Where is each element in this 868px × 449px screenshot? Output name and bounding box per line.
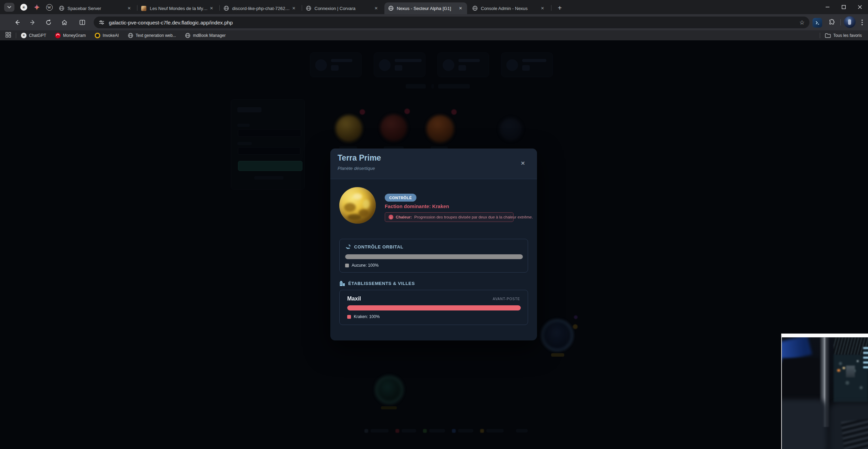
forward-icon bbox=[29, 19, 36, 26]
tab-nexus-active[interactable]: Nexus - Secteur Alpha [G1] ✕ bbox=[384, 2, 467, 14]
tab-close-icon[interactable]: ✕ bbox=[539, 5, 546, 11]
bookmark-label: InvokeAI bbox=[103, 33, 119, 38]
pinned-tab-wordpress[interactable]: W bbox=[43, 3, 55, 12]
bookmark-moneygram[interactable]: MoneyGram bbox=[55, 33, 86, 38]
invokeai-icon bbox=[95, 33, 100, 38]
settlement-progress-bar bbox=[347, 305, 521, 310]
all-bookmarks-button[interactable]: Tous les favoris bbox=[825, 33, 862, 38]
tab-title: Spacebar Server bbox=[68, 6, 126, 11]
planet-thumb-gold bbox=[335, 115, 362, 142]
pip-right-texture bbox=[834, 354, 868, 402]
legend-label: Aucune: 100% bbox=[352, 263, 379, 268]
breadcrumb bbox=[406, 84, 426, 89]
bookmark-chatgpt[interactable]: ✳ ChatGPT bbox=[21, 33, 46, 38]
tab-discord-like-chat[interactable]: discord-like-php-chat-7262.dev ✕ bbox=[220, 2, 300, 14]
bookmarks-bar: ✳ ChatGPT MoneyGram InvokeAI Text genera… bbox=[0, 30, 868, 40]
pinned-tab-gemini[interactable] bbox=[31, 3, 43, 12]
side-panel bbox=[231, 99, 305, 190]
legend-label bbox=[429, 429, 445, 432]
planet-label-gold bbox=[551, 353, 564, 357]
tab-connexion-corvara[interactable]: Connexion | Corvara ✕ bbox=[302, 2, 383, 14]
settlement-name: Maxil bbox=[347, 296, 361, 302]
maximize-icon bbox=[841, 5, 846, 9]
tab-spacebar-server[interactable]: Spacebar Server ✕ bbox=[55, 2, 136, 14]
legend-label: Kraken: 100% bbox=[354, 314, 380, 319]
address-bar[interactable]: galactic-pve-conquest-c7fe.dev.flatlogic… bbox=[94, 17, 809, 28]
tab-search-button[interactable] bbox=[4, 3, 14, 12]
tab-les-neuf-mondes[interactable]: Les Neuf Mondes de la Mythol ✕ bbox=[137, 2, 218, 14]
bookmark-star-icon[interactable]: ☆ bbox=[799, 19, 805, 26]
pip-ceiling-slats bbox=[834, 337, 868, 355]
legend-label bbox=[371, 429, 389, 432]
planet-thumb-maroon bbox=[380, 114, 407, 141]
tab-title: discord-like-php-chat-7262.dev bbox=[232, 6, 291, 11]
home-button[interactable] bbox=[59, 17, 70, 28]
minimize-icon bbox=[825, 5, 830, 9]
planet-details-modal: Terra Prime Planète désertique ✕ CONTRÔL… bbox=[330, 149, 537, 340]
forward-button[interactable] bbox=[27, 17, 39, 28]
close-window-button[interactable] bbox=[852, 0, 868, 14]
bookmark-invokeai[interactable]: InvokeAI bbox=[95, 33, 119, 38]
url-text[interactable]: galactic-pve-conquest-c7fe.dev.flatlogic… bbox=[109, 20, 799, 25]
satellite-dish-icon bbox=[345, 244, 351, 250]
tab-title: Nexus - Secteur Alpha [G1] bbox=[397, 6, 457, 11]
breadcrumb-current bbox=[438, 84, 470, 89]
pip-neon-sign bbox=[863, 347, 868, 371]
modal-header: Terra Prime Planète désertique ✕ bbox=[330, 149, 537, 179]
tab-close-icon[interactable]: ✕ bbox=[291, 5, 297, 11]
legend-dot bbox=[480, 429, 484, 433]
stat-card bbox=[374, 52, 425, 77]
back-button[interactable] bbox=[11, 17, 23, 28]
moon-dot-gold bbox=[573, 324, 578, 329]
pinned-tab-chatgpt[interactable]: ✳ bbox=[18, 3, 30, 12]
pip-video-window[interactable] bbox=[781, 334, 868, 449]
close-icon bbox=[858, 5, 862, 9]
pip-crate bbox=[846, 366, 855, 377]
new-tab-button[interactable]: + bbox=[555, 3, 565, 13]
extension-prompt-button[interactable] bbox=[812, 17, 823, 29]
bookmark-textgen[interactable]: Text generation web... bbox=[128, 33, 176, 38]
folder-icon bbox=[825, 33, 831, 38]
browser-menu-button[interactable] bbox=[856, 17, 868, 28]
planet-alert-badge bbox=[404, 109, 410, 114]
bookmark-label: mdBook Manager bbox=[193, 33, 226, 38]
profile-avatar[interactable] bbox=[844, 16, 856, 28]
legend-dot bbox=[423, 429, 427, 433]
bookmarks-divider bbox=[820, 33, 820, 38]
extension-icon bbox=[813, 18, 822, 28]
page-content: Terra Prime Planète désertique ✕ CONTRÔL… bbox=[0, 40, 868, 449]
browser-window: ✳ W Spacebar Server ✕ Les Neuf Mondes de… bbox=[0, 0, 868, 449]
tab-strip: ✳ W Spacebar Server ✕ Les Neuf Mondes de… bbox=[0, 0, 868, 14]
puzzle-icon bbox=[828, 19, 836, 26]
minimize-button[interactable] bbox=[819, 0, 836, 14]
globe-icon bbox=[128, 33, 133, 38]
apps-grid-icon bbox=[6, 32, 11, 38]
site-settings-icon[interactable] bbox=[99, 19, 105, 25]
stat-card bbox=[437, 52, 489, 77]
tab-close-icon[interactable]: ✕ bbox=[126, 5, 132, 11]
modal-close-button[interactable]: ✕ bbox=[518, 159, 527, 168]
reload-button[interactable] bbox=[43, 17, 54, 28]
planet-label bbox=[381, 406, 397, 409]
side-panel-button[interactable] bbox=[76, 17, 88, 28]
tab-close-icon[interactable]: ✕ bbox=[208, 5, 215, 11]
bookmark-mdbook[interactable]: mdBook Manager bbox=[185, 33, 226, 38]
apps-grid-button[interactable] bbox=[6, 32, 11, 39]
side-panel-icon bbox=[79, 19, 86, 26]
gemini-sparkle-icon bbox=[34, 4, 40, 10]
tab-close-icon[interactable]: ✕ bbox=[457, 5, 464, 11]
globe-icon bbox=[388, 6, 394, 11]
browser-toolbar: galactic-pve-conquest-c7fe.dev.flatlogic… bbox=[0, 14, 868, 30]
wordpress-icon: W bbox=[46, 4, 53, 11]
tab-console-admin[interactable]: Console Admin - Nexus ✕ bbox=[468, 2, 549, 14]
legend-label bbox=[516, 429, 528, 432]
legend-dot bbox=[452, 429, 456, 433]
home-icon bbox=[61, 19, 68, 26]
settlement-type: AVANT-POSTE bbox=[493, 297, 520, 301]
planet-alert-badge bbox=[451, 109, 457, 115]
extensions-button[interactable] bbox=[826, 17, 838, 28]
maximize-button[interactable] bbox=[836, 0, 852, 14]
planet-image bbox=[339, 187, 376, 224]
tab-close-icon[interactable]: ✕ bbox=[373, 5, 379, 11]
alert-label: Chaleur: bbox=[396, 215, 412, 219]
